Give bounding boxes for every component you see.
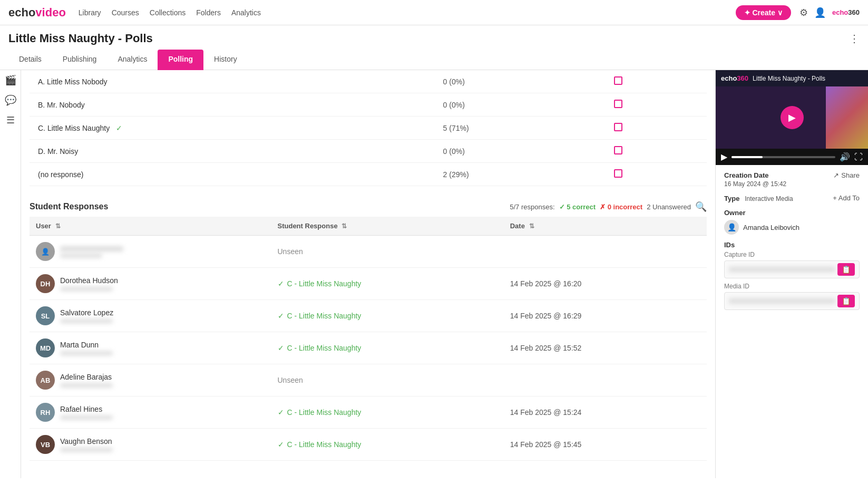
user-cell: RH Rafael Hines xyxy=(30,396,271,429)
poll-option-row: B. Mr. Nobody 0 (0%) xyxy=(30,93,707,117)
copy-media-id-button[interactable]: 📋 xyxy=(837,295,855,307)
option-count: 5 (71%) xyxy=(435,117,606,140)
owner-row: 👤 Amanda Leibovich xyxy=(724,220,860,235)
user-name: Rafael Hines xyxy=(60,405,113,413)
logo[interactable]: echovideo xyxy=(8,6,66,20)
echo360-brand: echo360 xyxy=(832,8,860,16)
tab-polling[interactable]: Polling xyxy=(158,50,203,70)
option-select[interactable] xyxy=(606,93,707,117)
user-info: Dorothea Hudson xyxy=(60,276,118,291)
sort-date-icon[interactable]: ⇅ xyxy=(529,222,534,230)
incorrect-stat: ✗ 0 incorrect xyxy=(600,203,642,211)
type-row: Type Interactive Media + Add To xyxy=(724,194,860,202)
nav-library[interactable]: Library xyxy=(79,8,101,17)
top-navigation: echovideo Library Courses Collections Fo… xyxy=(0,0,868,25)
sort-user-icon[interactable]: ⇅ xyxy=(55,222,61,230)
poll-options-table: A. Little Miss Nobody 0 (0%) B. Mr. Nobo… xyxy=(30,70,707,186)
content-area: A. Little Miss Nobody 0 (0%) B. Mr. Nobo… xyxy=(21,70,715,478)
user-avatar: SL xyxy=(36,306,55,325)
user-id xyxy=(60,351,113,355)
user-name: Dorothea Hudson xyxy=(60,276,118,285)
option-select[interactable] xyxy=(606,70,707,93)
account-icon[interactable]: 👤 xyxy=(814,7,826,18)
page-header: Little Miss Naughty - Polls ⋮ xyxy=(0,25,868,50)
search-responses-button[interactable]: 🔍 xyxy=(695,201,707,212)
nav-folders[interactable]: Folders xyxy=(196,8,221,17)
student-response-cell: ✓ C - Little Miss Naughty xyxy=(271,429,504,461)
video-preview: echo360 Little Miss Naughty - Polls ▶ ▶ … xyxy=(716,70,868,165)
nav-analytics[interactable]: Analytics xyxy=(231,8,261,17)
user-info: Rafael Hines xyxy=(60,405,113,420)
responses-summary: 5/7 responses: xyxy=(510,203,554,211)
create-button[interactable]: ✦ Create ∨ xyxy=(736,5,791,20)
option-label: A. Little Miss Nobody xyxy=(30,70,435,93)
settings-icon[interactable]: ⚙ xyxy=(799,7,808,18)
student-response-cell: ✓ C - Little Miss Naughty xyxy=(271,300,504,332)
option-checkbox[interactable] xyxy=(614,100,622,108)
user-avatar: 👤 xyxy=(36,242,55,261)
col-date: Date ⇅ xyxy=(504,217,707,236)
video-preview-title: Little Miss Naughty - Polls xyxy=(753,75,863,82)
correct-indicator: ✓ xyxy=(116,124,122,132)
responses-stats: 5/7 responses: ✓ 5 correct ✗ 0 incorrect… xyxy=(510,201,707,212)
creation-date-block: Creation Date 16 May 2024 @ 15:42 xyxy=(724,171,786,188)
nav-collections[interactable]: Collections xyxy=(150,8,186,17)
video-thumbnail: ▶ xyxy=(716,86,868,149)
response-correct: ✓ C - Little Miss Naughty xyxy=(278,440,498,449)
copy-capture-id-button[interactable]: 📋 xyxy=(837,263,855,276)
option-checkbox[interactable] xyxy=(614,123,622,131)
nav-courses[interactable]: Courses xyxy=(112,8,139,17)
media-strip-icon[interactable]: 🎬 xyxy=(5,74,16,86)
option-checkbox[interactable] xyxy=(614,146,622,154)
user-cell: AB Adeline Barajas xyxy=(30,364,271,396)
user-info: Adeline Barajas xyxy=(60,373,113,388)
comment-strip-icon[interactable]: 💬 xyxy=(5,94,16,106)
user-info: Salvatore Lopez xyxy=(60,308,113,323)
tab-details[interactable]: Details xyxy=(8,50,52,70)
user-info xyxy=(60,245,123,258)
student-row: DH Dorothea Hudson ✓ C - Little Miss Nau… xyxy=(30,268,707,300)
logo-video-text: video xyxy=(35,6,65,20)
logo-echo-text: echo xyxy=(8,6,35,20)
video-play-ctrl[interactable]: ▶ xyxy=(721,152,727,162)
owner-section-label: Owner xyxy=(724,209,860,217)
student-responses-table: User ⇅ Student Response ⇅ Date ⇅ 👤 Unsee… xyxy=(30,217,707,461)
more-options-icon[interactable]: ⋮ xyxy=(849,32,860,45)
video-top-bar: echo360 Little Miss Naughty - Polls xyxy=(716,70,868,86)
user-info: Vaughn Benson xyxy=(60,437,113,452)
option-select[interactable] xyxy=(606,140,707,163)
video-volume-ctrl[interactable]: 🔊 xyxy=(840,152,850,162)
option-checkbox[interactable] xyxy=(614,76,622,85)
student-response-cell: Unseen xyxy=(271,236,504,268)
add-to-button[interactable]: + Add To xyxy=(833,194,860,202)
student-row: 👤 Unseen xyxy=(30,236,707,268)
student-row: RH Rafael Hines ✓ C - Little Miss Naught… xyxy=(30,396,707,429)
option-select[interactable] xyxy=(606,117,707,140)
user-avatar: VB xyxy=(36,435,55,454)
tab-analytics[interactable]: Analytics xyxy=(107,50,158,70)
capture-id-label: Capture ID xyxy=(724,251,860,258)
tab-history[interactable]: History xyxy=(203,50,248,70)
option-count: 0 (0%) xyxy=(435,93,606,117)
user-name: Adeline Barajas xyxy=(60,373,113,381)
media-id-label: Media ID xyxy=(724,283,860,290)
option-checkbox[interactable] xyxy=(614,169,622,178)
option-label: B. Mr. Nobody xyxy=(30,93,435,117)
col-user: User ⇅ xyxy=(30,217,271,236)
response-date xyxy=(504,364,707,396)
list-strip-icon[interactable]: ☰ xyxy=(6,114,15,126)
tab-publishing[interactable]: Publishing xyxy=(52,50,108,70)
share-button[interactable]: ↗ Share xyxy=(833,171,860,179)
video-fullscreen-ctrl[interactable]: ⛶ xyxy=(854,152,863,162)
media-id-value xyxy=(729,298,835,304)
user-info: Marta Dunn xyxy=(60,341,113,355)
video-progress-bar[interactable] xyxy=(732,156,835,158)
video-play-button[interactable]: ▶ xyxy=(781,106,804,129)
user-id xyxy=(60,415,113,420)
option-select[interactable] xyxy=(606,163,707,186)
creation-date-value: 16 May 2024 @ 15:42 xyxy=(724,180,786,188)
sort-response-icon[interactable]: ⇅ xyxy=(342,222,347,230)
user-id xyxy=(60,319,113,323)
user-id xyxy=(60,448,113,452)
type-value: Interactive Media xyxy=(745,195,793,202)
